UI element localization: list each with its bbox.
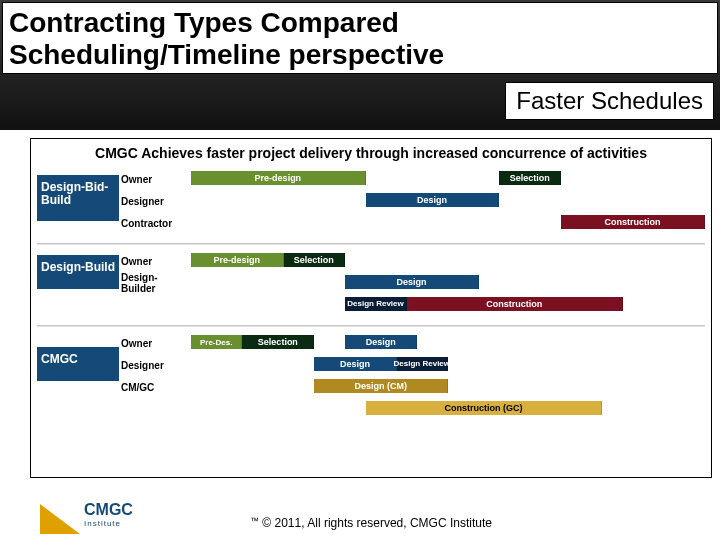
title-line-1: Contracting Types Compared: [9, 7, 399, 38]
bar-design-review: Design Review: [345, 297, 407, 311]
cmgc-institute-logo: CMGC Institute: [40, 494, 200, 534]
bar-design: Design: [366, 193, 500, 207]
slide-title: Contracting Types Compared Scheduling/Ti…: [2, 2, 718, 74]
copyright: ™ © 2011, All rights reserved, CMGC Inst…: [250, 516, 492, 530]
copyright-text: © 2011, All rights reserved, CMGC Instit…: [262, 516, 492, 530]
dbb-owner-row: Owner Pre-design Selection: [37, 169, 705, 189]
actor-designer: Designer: [119, 196, 191, 207]
actor-owner: Owner: [119, 174, 191, 185]
method-label-dbb: Design-Bid-Build: [37, 175, 119, 221]
method-label-db: Design-Build: [37, 255, 119, 289]
actor-owner: Owner: [119, 338, 191, 349]
bar-selection: Selection: [284, 253, 346, 267]
logo-text: CMGC Institute: [84, 501, 133, 528]
bar-design-cm: Design (CM): [314, 379, 448, 393]
slide-footer: CMGC Institute ™ © 2011, All rights rese…: [0, 478, 720, 538]
actor-designer: Designer: [119, 360, 191, 371]
bar-predesign: Pre-design: [191, 253, 284, 267]
actor-cmgc: CM/GC: [119, 382, 191, 393]
bar-selection: Selection: [242, 335, 314, 349]
method-cmgc: CMGC Owner Pre-Des. Selection Design Des…: [37, 333, 705, 419]
bar-construction: Construction: [561, 215, 705, 229]
db-owner-row: Owner Pre-design Selection: [37, 251, 705, 271]
bar-construction: Construction: [407, 297, 623, 311]
divider: [37, 325, 705, 327]
actor-design-builder: Design-Builder: [119, 272, 191, 294]
cmgc-cmgc-row2: Construction (GC): [37, 399, 705, 419]
bar-design: Design: [345, 335, 417, 349]
method-dbb: Design-Bid-Build Owner Pre-design Select…: [37, 169, 705, 233]
dbb-designer-row: Designer Design: [37, 191, 705, 211]
subtitle: CMGC Achieves faster project delivery th…: [57, 145, 685, 161]
divider: [37, 243, 705, 245]
db-designbuilder-row: Design-Builder Design: [37, 273, 705, 293]
bar-predesign: Pre-Des.: [191, 335, 242, 349]
actor-contractor: Contractor: [119, 218, 191, 229]
actor-owner: Owner: [119, 256, 191, 267]
bar-design-review: Design Review: [397, 357, 448, 371]
title-line-2: Scheduling/Timeline perspective: [9, 39, 444, 70]
cmgc-cmgc-row: CM/GC Design (CM): [37, 377, 705, 397]
faster-schedules-callout: Faster Schedules: [505, 82, 714, 120]
db-designbuilder-row2: Design Review Construction: [37, 295, 705, 315]
bar-selection: Selection: [499, 171, 561, 185]
bar-design: Design: [345, 275, 479, 289]
bar-construction-gc: Construction (GC): [366, 401, 602, 415]
bar-predesign: Pre-design: [191, 171, 366, 185]
method-label-cmgc: CMGC: [37, 347, 119, 381]
logo-road-icon: [40, 504, 80, 534]
method-db: Design-Build Owner Pre-design Selection …: [37, 251, 705, 315]
slide-header: Contracting Types Compared Scheduling/Ti…: [0, 0, 720, 130]
logo-sub: Institute: [84, 519, 133, 528]
cmgc-designer-row: Designer Design Design Review: [37, 355, 705, 375]
logo-main: CMGC: [84, 501, 133, 519]
tm-mark: ™: [250, 516, 259, 526]
content-box: CMGC Achieves faster project delivery th…: [30, 138, 712, 478]
dbb-contractor-row: Contractor Construction: [37, 213, 705, 233]
cmgc-owner-row: Owner Pre-Des. Selection Design: [37, 333, 705, 353]
bar-design: Design: [314, 357, 396, 371]
timeline-chart: Design-Bid-Build Owner Pre-design Select…: [37, 169, 705, 419]
